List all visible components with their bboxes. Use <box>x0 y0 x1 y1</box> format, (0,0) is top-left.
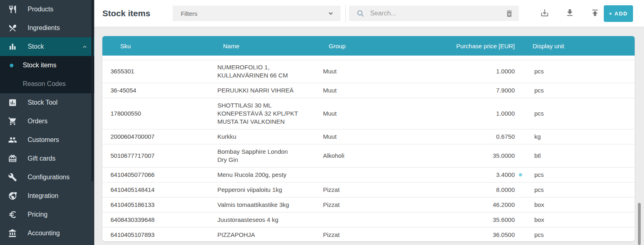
main-area: Stock items Filters + ADD Sku <box>94 0 644 245</box>
column-header-sku[interactable]: Sku <box>102 43 209 49</box>
cell-name: Valmis tomaattikastike 3kg <box>209 201 315 209</box>
search-icon <box>356 9 364 17</box>
table-row[interactable]: 6408430339648Juustoraasteseos 4 kg35.600… <box>102 213 635 228</box>
cell-display-unit: pcs <box>515 231 635 239</box>
cell-name: SHOTTILASI 30 ML KONEPESTÄVÄ 32 KPL/PKT … <box>209 101 315 126</box>
filters-label: Filters <box>181 10 197 17</box>
cell-group: Muut <box>315 67 442 75</box>
table-header-row: Sku Name Group Purchase price [EUR] Disp… <box>102 36 635 56</box>
column-header-display-unit[interactable]: Display unit <box>515 43 635 49</box>
sidebar-item-label: Ingredients <box>28 24 60 32</box>
sidebar-item-stock[interactable]: Stock <box>0 37 94 56</box>
sidebar-subitem-reason-codes[interactable]: Reason Codes <box>0 75 94 93</box>
column-header-group[interactable]: Group <box>315 43 442 49</box>
sidebar-item-pricing[interactable]: Pricing <box>0 205 94 224</box>
table-row[interactable]: 3655301NUMEROFOLIO 1, KULLANVÄRINEN 66 C… <box>102 60 635 83</box>
cell-sku: 36-45054 <box>102 86 209 95</box>
table-row[interactable]: 6410405148414Pepperoni viipaloitu 1kgPiz… <box>102 183 635 198</box>
cell-purchase-price: 7.9000 <box>442 86 515 95</box>
sidebar-item-label: Orders <box>28 118 48 125</box>
sidebar-item-customers[interactable]: Customers <box>0 131 94 149</box>
add-button[interactable]: + ADD <box>604 5 633 22</box>
cart-icon <box>8 117 17 126</box>
table-scrollbar-thumb[interactable] <box>638 203 641 245</box>
save-alt-button[interactable] <box>540 8 549 19</box>
sidebar-subitem-label: Reason Codes <box>23 80 66 88</box>
table-row[interactable]: 5010677717007Bombay Sapphire London Dry … <box>102 144 635 168</box>
table-row[interactable]: 6410405186133Valmis tomaattikastike 3kgP… <box>102 198 635 213</box>
crossed-utensils-icon <box>8 24 17 32</box>
cell-display-unit: pcs <box>515 86 635 95</box>
sidebar-item-stock-tool[interactable]: Stock Tool <box>0 93 94 112</box>
upload-button[interactable] <box>590 8 600 19</box>
stock-items-table: Sku Name Group Purchase price [EUR] Disp… <box>102 36 635 241</box>
chart-box-icon <box>8 98 17 107</box>
cell-sku: 2000604700007 <box>102 133 209 141</box>
table-body: 3655301NUMEROFOLIO 1, KULLANVÄRINEN 66 C… <box>102 60 635 241</box>
sidebar-item-configurations[interactable]: Configurations <box>0 168 94 187</box>
sidebar-item-label: Gift cards <box>28 155 55 162</box>
cell-display-unit: pcs <box>515 186 635 194</box>
cell-sku: 6410405148414 <box>102 186 209 194</box>
table-row[interactable]: 178000550SHOTTILASI 30 ML KONEPESTÄVÄ 32… <box>102 98 635 129</box>
save-alt-icon <box>540 8 549 19</box>
upload-icon <box>590 8 600 19</box>
table-row[interactable]: 6410405107893PIZZAPOHJAPizzat36.0500pcs <box>102 228 635 241</box>
table-row[interactable]: 36-45054PERUUKKI NARRI VIHREÄMuut7.9000p… <box>102 83 635 98</box>
utensils-icon <box>8 5 17 14</box>
sidebar-item-label: Pricing <box>28 211 48 218</box>
sidebar-scrollbar-thumb[interactable] <box>91 0 93 181</box>
price-indicator-dot-icon <box>519 173 522 176</box>
cell-display-unit: pcs <box>515 171 635 179</box>
search-input[interactable] <box>369 9 505 17</box>
toolbar-divider <box>345 4 346 23</box>
sidebar-item-gift-cards[interactable]: Gift cards <box>0 149 94 168</box>
cell-name: Juustoraasteseos 4 kg <box>209 216 315 224</box>
filters-dropdown[interactable]: Filters <box>173 6 340 21</box>
cell-group: Pizzat <box>315 186 442 194</box>
cell-name: PERUUKKI NARRI VIHREÄ <box>209 86 315 95</box>
cell-purchase-price: 3.4000 <box>442 171 515 179</box>
column-header-name[interactable]: Name <box>209 43 315 49</box>
cell-name: Bombay Sapphire London Dry Gin <box>209 148 315 164</box>
sidebar-item-orders[interactable]: Orders <box>0 112 94 131</box>
cell-display-unit: box <box>515 201 635 209</box>
page-title: Stock items <box>102 9 150 18</box>
toolbar-actions <box>540 8 600 19</box>
partial-scrolled-row <box>102 56 635 60</box>
euro-icon <box>8 210 17 219</box>
download-button[interactable] <box>565 8 575 19</box>
cell-display-unit: kg <box>515 133 635 141</box>
cell-sku: 5010677717007 <box>102 152 209 160</box>
cell-name: NUMEROFOLIO 1, KULLANVÄRINEN 66 CM <box>209 63 315 80</box>
cell-sku: 178000550 <box>102 110 209 118</box>
cell-name: PIZZAPOHJA <box>209 231 315 239</box>
table-row[interactable]: 2000604700007KurkkuMuut0.6750kg <box>102 129 635 144</box>
cell-group: Muut <box>315 86 442 95</box>
cell-sku: 6408430339648 <box>102 216 209 224</box>
column-header-purchase-price[interactable]: Purchase price [EUR] <box>442 43 515 49</box>
cell-purchase-price: 36.0500 <box>442 231 515 239</box>
bar-chart-icon <box>8 42 17 51</box>
sidebar-item-accounting[interactable]: Accounting <box>0 224 94 243</box>
table-row[interactable]: 6410405077066Menu Rucola 200g, pesty3.40… <box>102 168 635 183</box>
gift-card-icon <box>8 154 17 163</box>
cell-purchase-price: 35.6000 <box>442 216 515 224</box>
bullet-spacer <box>10 82 13 86</box>
sidebar-item-label: Accounting <box>28 230 60 237</box>
sidebar-nav: ProductsIngredientsStockStock itemsReaso… <box>0 0 94 243</box>
cell-sku: 6410405077066 <box>102 171 209 179</box>
cell-purchase-price: 46.2000 <box>442 201 515 209</box>
sidebar-subitem-stock-items[interactable]: Stock items <box>0 56 94 75</box>
cell-purchase-price: 35.0000 <box>442 152 515 160</box>
clear-search-trash-icon[interactable] <box>505 9 514 18</box>
sidebar-item-products[interactable]: Products <box>0 0 94 19</box>
sidebar-item-integration[interactable]: Integration <box>0 187 94 205</box>
cell-group: Alkoholi <box>315 152 442 160</box>
sidebar-item-ingredients[interactable]: Ingredients <box>0 19 94 37</box>
cell-sku: 3655301 <box>102 67 209 75</box>
sidebar-item-label: Integration <box>28 192 59 200</box>
search-box <box>349 6 519 21</box>
sidebar-item-label: Customers <box>28 136 59 144</box>
sidebar-item-label: Products <box>28 6 53 13</box>
